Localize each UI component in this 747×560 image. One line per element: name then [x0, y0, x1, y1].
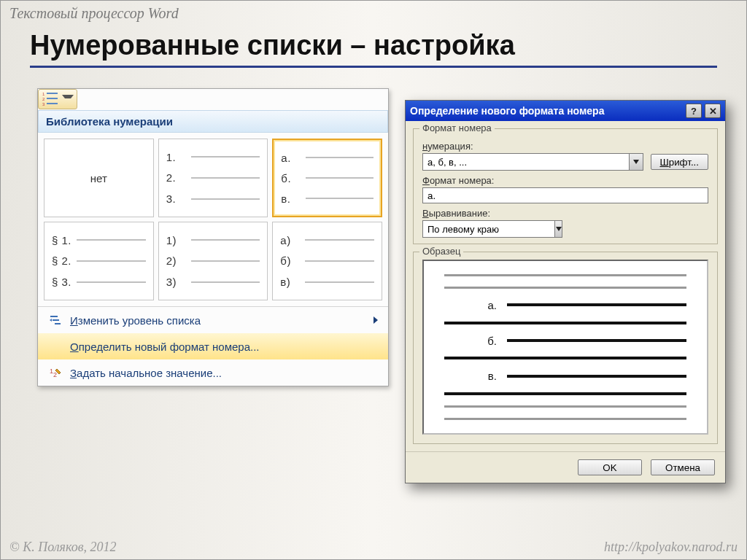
gallery-tile[interactable]: 1.2.3.: [158, 139, 268, 217]
gallery-grid: нет1.2.3.а.б.в.§ 1.§ 2.§ 3.1)2)3)а)б)в): [38, 133, 388, 306]
format-input[interactable]: [422, 187, 708, 203]
numbering-value[interactable]: [423, 154, 629, 170]
numbering-gallery-panel: 1 2 3 Библиотека нумерации нет1.2.3.а.б.…: [37, 88, 389, 386]
svg-rect-5: [47, 103, 58, 104]
change-level-icon: [48, 313, 63, 327]
gallery-tile[interactable]: а.б.в.: [272, 139, 382, 217]
format-group: Формат номера нумерация: Шрифт... Формат…: [413, 128, 718, 244]
svg-text:1: 1: [42, 92, 45, 96]
alignment-select[interactable]: [422, 220, 562, 238]
font-button[interactable]: Шрифт...: [651, 154, 709, 170]
svg-text:2: 2: [42, 97, 45, 101]
slide-header: Текстовый процессор Word: [9, 5, 179, 22]
gallery-tile[interactable]: нет: [44, 139, 154, 217]
preview-area: а. б. в.: [422, 260, 708, 435]
menu-set-start[interactable]: 12 Задать начальное значение...: [38, 359, 388, 386]
dialog-footer: OK Отмена: [406, 451, 725, 483]
menu-change-level[interactable]: Изменить уровень списка: [38, 307, 388, 333]
define-number-format-dialog: Определение нового формата номера ? ✕ Фо…: [405, 100, 726, 483]
numbering-label: нумерация:: [422, 141, 708, 152]
gallery-tile[interactable]: а)б)в): [272, 222, 382, 300]
dialog-title: Определение нового формата номера: [410, 105, 683, 117]
close-button[interactable]: ✕: [705, 104, 721, 118]
chevron-right-icon: [374, 316, 378, 324]
menu-set-start-label: Задать начальное значение...: [70, 367, 222, 379]
preview-marker: б.: [481, 335, 497, 347]
preview-legend: Образец: [419, 246, 463, 257]
footer-left: © К. Поляков, 2012: [9, 540, 116, 555]
alignment-value[interactable]: [423, 221, 554, 237]
svg-text:3: 3: [42, 102, 45, 106]
chevron-down-icon: [62, 95, 74, 104]
numbered-list-icon: 1 2 3: [42, 91, 61, 107]
svg-text:2: 2: [53, 371, 57, 378]
menu-define-format[interactable]: Определить новый формат номера...: [38, 333, 388, 359]
svg-rect-1: [47, 93, 58, 94]
dialog-titlebar: Определение нового формата номера ? ✕: [406, 101, 725, 121]
set-value-icon: 12: [48, 365, 63, 380]
ok-button[interactable]: OK: [578, 459, 642, 475]
gallery-tile[interactable]: § 1.§ 2.§ 3.: [44, 222, 154, 300]
preview-marker: а.: [481, 299, 497, 311]
cancel-button[interactable]: Отмена: [651, 459, 715, 475]
menu-change-level-label: Изменить уровень списка: [70, 314, 201, 327]
svg-rect-3: [47, 98, 58, 99]
preview-marker: в.: [481, 370, 497, 382]
menu-define-format-label: Определить новый формат номера...: [70, 341, 260, 353]
dropdown-button[interactable]: [554, 221, 562, 237]
format-label: Формат номера:: [422, 175, 708, 186]
numbering-select[interactable]: [422, 153, 643, 171]
dropdown-button[interactable]: [629, 154, 643, 170]
numbering-ribbon-button[interactable]: 1 2 3: [38, 89, 77, 109]
gallery-tile[interactable]: 1)2)3): [158, 222, 268, 300]
help-button[interactable]: ?: [686, 104, 702, 118]
format-group-legend: Формат номера: [419, 122, 495, 133]
preview-group: Образец а. б. в.: [413, 252, 718, 444]
gallery-header: Библиотека нумерации: [38, 110, 388, 133]
page-title: Нумерованные списки – настройка: [30, 30, 717, 68]
align-label: Выравнивание:: [422, 208, 708, 219]
footer-right: http://kpolyakov.narod.ru: [604, 540, 738, 555]
blank-icon: [48, 339, 63, 354]
